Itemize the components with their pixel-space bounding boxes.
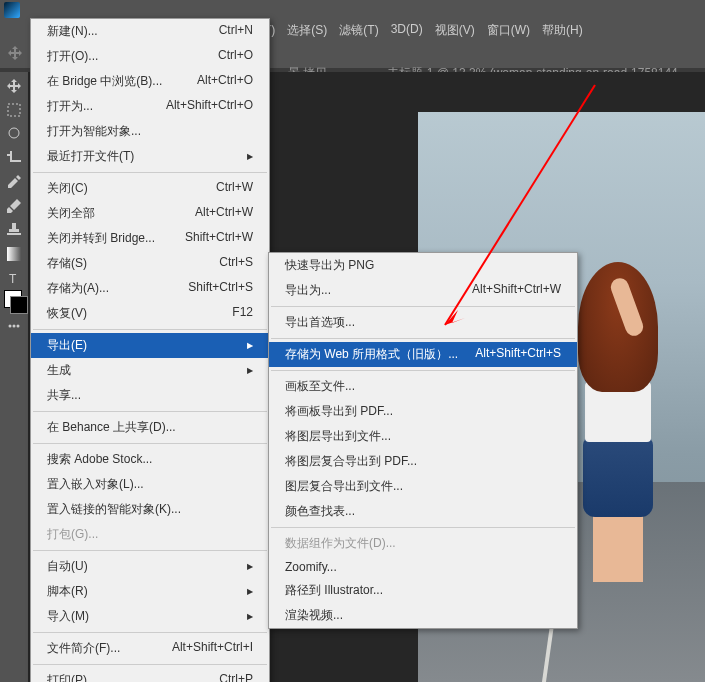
ellipsis-icon[interactable] — [4, 316, 24, 336]
menu-item[interactable]: 画板至文件... — [269, 374, 577, 399]
menu-item[interactable]: 新建(N)...Ctrl+N — [31, 19, 269, 44]
photo-person — [563, 262, 673, 582]
menu-item[interactable]: 脚本(R) — [31, 579, 269, 604]
move-icon — [8, 46, 22, 60]
menu-item[interactable]: 打开(O)...Ctrl+O — [31, 44, 269, 69]
menu-item[interactable]: 最近打开文件(T) — [31, 144, 269, 169]
move-tool[interactable] — [4, 76, 24, 96]
crop-tool[interactable] — [4, 148, 24, 168]
menu-item[interactable]: 在 Bridge 中浏览(B)...Alt+Ctrl+O — [31, 69, 269, 94]
titlebar — [0, 0, 705, 20]
menu-item[interactable]: 渲染视频... — [269, 603, 577, 628]
brush-tool[interactable] — [4, 196, 24, 216]
toolbar: T — [0, 72, 28, 682]
svg-rect-3 — [7, 247, 21, 261]
export-submenu: 快速导出为 PNG导出为...Alt+Shift+Ctrl+W导出首选项...存… — [268, 252, 578, 629]
svg-point-5 — [9, 325, 12, 328]
file-menu: 新建(N)...Ctrl+N打开(O)...Ctrl+O在 Bridge 中浏览… — [30, 18, 270, 682]
menu-item[interactable]: 文件简介(F)...Alt+Shift+Ctrl+I — [31, 636, 269, 661]
menu-item[interactable]: 在 Behance 上共享(D)... — [31, 415, 269, 440]
menu-item[interactable]: 打印(P)...Ctrl+P — [31, 668, 269, 682]
menu-item[interactable]: 共享... — [31, 383, 269, 408]
menu-item[interactable]: 导入(M) — [31, 604, 269, 629]
menu-item[interactable]: 窗口(W) — [481, 20, 536, 38]
menu-item[interactable]: 帮助(H) — [536, 20, 589, 38]
svg-point-7 — [17, 325, 20, 328]
menu-item[interactable]: 存储(S)Ctrl+S — [31, 251, 269, 276]
menu-item[interactable]: 将图层复合导出到 PDF... — [269, 449, 577, 474]
menu-item[interactable]: 打开为...Alt+Shift+Ctrl+O — [31, 94, 269, 119]
svg-point-2 — [9, 128, 19, 138]
eyedropper-tool[interactable] — [4, 172, 24, 192]
menu-item[interactable]: 快速导出为 PNG — [269, 253, 577, 278]
menu-item: 打包(G)... — [31, 522, 269, 547]
background-swatch[interactable] — [10, 296, 28, 314]
menu-item[interactable]: 关闭全部Alt+Ctrl+W — [31, 201, 269, 226]
gradient-tool[interactable] — [4, 244, 24, 264]
menu-item[interactable]: 图层复合导出到文件... — [269, 474, 577, 499]
menu-item[interactable]: Zoomify... — [269, 556, 577, 578]
menu-item: 数据组作为文件(D)... — [269, 531, 577, 556]
menu-item[interactable]: 自动(U) — [31, 554, 269, 579]
menu-item[interactable]: 导出首选项... — [269, 310, 577, 335]
svg-point-6 — [13, 325, 16, 328]
menu-item[interactable]: 路径到 Illustrator... — [269, 578, 577, 603]
app-logo-icon — [4, 2, 20, 18]
svg-text:T: T — [9, 272, 17, 285]
menu-item[interactable]: 打开为智能对象... — [31, 119, 269, 144]
marquee-tool[interactable] — [4, 100, 24, 120]
menu-item[interactable]: 存储为(A)...Shift+Ctrl+S — [31, 276, 269, 301]
menu-item[interactable]: 恢复(V)F12 — [31, 301, 269, 326]
menu-item[interactable]: 视图(V) — [429, 20, 481, 38]
lasso-tool[interactable] — [4, 124, 24, 144]
menu-item[interactable]: 生成 — [31, 358, 269, 383]
menu-item[interactable]: 将图层导出到文件... — [269, 424, 577, 449]
menu-item[interactable]: 导出(E) — [31, 333, 269, 358]
menu-item[interactable]: 存储为 Web 所用格式（旧版）...Alt+Shift+Ctrl+S — [269, 342, 577, 367]
menu-item[interactable]: 3D(D) — [385, 20, 429, 38]
menu-item[interactable]: 关闭并转到 Bridge...Shift+Ctrl+W — [31, 226, 269, 251]
menu-item[interactable]: 搜索 Adobe Stock... — [31, 447, 269, 472]
svg-rect-1 — [8, 104, 20, 116]
menu-item[interactable]: 置入嵌入对象(L)... — [31, 472, 269, 497]
menu-item[interactable]: 颜色查找表... — [269, 499, 577, 524]
menu-item[interactable]: 滤镜(T) — [333, 20, 384, 38]
menu-item[interactable]: 关闭(C)Ctrl+W — [31, 176, 269, 201]
stamp-tool[interactable] — [4, 220, 24, 240]
menu-item[interactable]: 置入链接的智能对象(K)... — [31, 497, 269, 522]
menu-item[interactable]: 将画板导出到 PDF... — [269, 399, 577, 424]
text-tool[interactable]: T — [4, 268, 24, 288]
menu-item[interactable]: 导出为...Alt+Shift+Ctrl+W — [269, 278, 577, 303]
menu-item[interactable]: 选择(S) — [281, 20, 333, 38]
